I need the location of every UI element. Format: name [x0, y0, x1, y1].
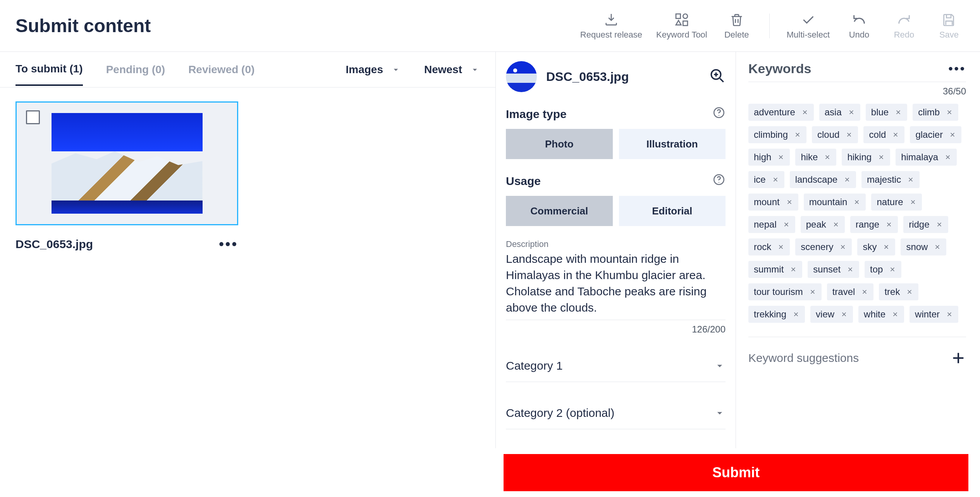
keyword-chip[interactable]: himalaya: [896, 149, 957, 166]
keyword-chip-remove[interactable]: [883, 243, 890, 250]
save-button[interactable]: Save: [934, 12, 965, 40]
keyword-chip-remove[interactable]: [944, 154, 951, 161]
keyword-chip-remove[interactable]: [801, 109, 808, 116]
keyword-chip[interactable]: climbing: [748, 126, 806, 143]
thumbnail-card[interactable]: DSC_0653.jpg •••: [15, 101, 238, 252]
keyword-chip[interactable]: rock: [748, 238, 790, 255]
keyword-chip-remove[interactable]: [848, 109, 855, 116]
keyword-chip[interactable]: sunset: [808, 261, 859, 278]
keyword-chip[interactable]: blue: [866, 104, 907, 121]
keyword-chip[interactable]: scenery: [795, 238, 852, 255]
submit-button[interactable]: Submit: [504, 454, 968, 491]
multi-select-button[interactable]: Multi-select: [787, 12, 830, 40]
keyword-chip-remove[interactable]: [949, 131, 956, 138]
description-text[interactable]: Landscape with mountain ridge in Himalay…: [506, 251, 726, 320]
keyword-chip-remove[interactable]: [846, 131, 853, 138]
keyword-chip[interactable]: mountain: [804, 194, 866, 211]
keyword-chip[interactable]: climb: [913, 104, 958, 121]
keyword-chip-remove[interactable]: [892, 131, 899, 138]
keyword-chip-remove[interactable]: [861, 288, 868, 295]
filter-sort[interactable]: Newest: [424, 63, 480, 76]
keyword-chip-remove[interactable]: [790, 266, 797, 273]
keyword-chip[interactable]: hiking: [842, 149, 890, 166]
keyword-chip-remove[interactable]: [777, 154, 784, 161]
plus-icon[interactable]: [951, 350, 966, 366]
keyword-chip[interactable]: majestic: [861, 171, 920, 188]
image-type-illustration[interactable]: Illustration: [619, 129, 726, 159]
keyword-chip[interactable]: tour tourism: [748, 283, 822, 300]
undo-button[interactable]: Undo: [844, 12, 875, 40]
category1-select[interactable]: Category 1: [506, 350, 726, 382]
keyword-chip-remove[interactable]: [936, 221, 943, 228]
keyword-chip[interactable]: view: [810, 306, 853, 323]
request-release-button[interactable]: Request release: [580, 12, 642, 40]
keyword-chip-remove[interactable]: [892, 311, 899, 318]
keyword-chip-remove[interactable]: [783, 221, 790, 228]
tab-pending[interactable]: Pending (0): [106, 63, 165, 85]
keyword-chip-remove[interactable]: [786, 199, 793, 206]
keyword-chip-remove[interactable]: [772, 176, 779, 183]
keyword-chip[interactable]: travel: [827, 283, 874, 300]
keyword-chip-remove[interactable]: [847, 266, 854, 273]
keywords-more-button[interactable]: •••: [948, 62, 966, 76]
keyword-chip[interactable]: winter: [910, 306, 958, 323]
keyword-chip[interactable]: mount: [748, 194, 798, 211]
keyword-chip[interactable]: snow: [901, 238, 946, 255]
keyword-chip[interactable]: sky: [857, 238, 895, 255]
keyword-chip-remove[interactable]: [878, 154, 885, 161]
thumbnail-checkbox[interactable]: [26, 110, 40, 124]
keyword-chip[interactable]: white: [858, 306, 904, 323]
keyword-chip[interactable]: nature: [871, 194, 922, 211]
tab-reviewed[interactable]: Reviewed (0): [188, 63, 254, 85]
filter-type[interactable]: Images: [346, 63, 401, 76]
redo-button[interactable]: Redo: [889, 12, 920, 40]
keyword-tool-button[interactable]: Keyword Tool: [656, 12, 707, 40]
image-type-help[interactable]: [712, 106, 726, 122]
keyword-chip-remove[interactable]: [793, 311, 799, 318]
keyword-chip[interactable]: range: [850, 216, 898, 233]
zoom-button[interactable]: [709, 68, 726, 86]
keyword-chip[interactable]: cold: [863, 126, 904, 143]
usage-editorial[interactable]: Editorial: [619, 196, 726, 226]
keyword-chip[interactable]: peak: [801, 216, 845, 233]
tab-to-submit[interactable]: To submit (1): [15, 63, 83, 86]
thumbnail-frame[interactable]: [15, 101, 238, 225]
keyword-chip-remove[interactable]: [889, 266, 896, 273]
usage-commercial[interactable]: Commercial: [506, 196, 613, 226]
category2-select[interactable]: Category 2 (optional): [506, 397, 726, 429]
keyword-chip-remove[interactable]: [895, 109, 902, 116]
keyword-chip[interactable]: high: [748, 149, 790, 166]
keyword-chip-remove[interactable]: [824, 154, 831, 161]
keyword-chip-remove[interactable]: [844, 176, 851, 183]
keyword-chip-remove[interactable]: [809, 288, 816, 295]
keyword-chip[interactable]: trekking: [748, 306, 805, 323]
keyword-chip-remove[interactable]: [934, 243, 941, 250]
keyword-chip[interactable]: ice: [748, 171, 784, 188]
keyword-chip[interactable]: cloud: [812, 126, 858, 143]
keyword-chip[interactable]: top: [865, 261, 901, 278]
keyword-chip[interactable]: nepal: [748, 216, 795, 233]
keyword-chip-remove[interactable]: [853, 199, 860, 206]
keyword-chip-remove[interactable]: [777, 243, 784, 250]
keyword-chip-remove[interactable]: [906, 288, 913, 295]
delete-button[interactable]: Delete: [721, 12, 752, 40]
thumbnail-more-button[interactable]: •••: [219, 236, 238, 252]
keyword-chip[interactable]: adventure: [748, 104, 814, 121]
keyword-chip-remove[interactable]: [946, 311, 953, 318]
keyword-chip-remove[interactable]: [946, 109, 953, 116]
keyword-chip-remove[interactable]: [832, 221, 839, 228]
keyword-chip-remove[interactable]: [794, 131, 801, 138]
keyword-chip-remove[interactable]: [907, 176, 914, 183]
keyword-chip[interactable]: glacier: [910, 126, 961, 143]
keyword-chip-remove[interactable]: [841, 311, 848, 318]
keyword-chip[interactable]: asia: [819, 104, 860, 121]
keyword-chip[interactable]: hike: [795, 149, 836, 166]
keyword-chip[interactable]: trek: [879, 283, 918, 300]
keyword-chip[interactable]: landscape: [790, 171, 856, 188]
keyword-chip-remove[interactable]: [885, 221, 892, 228]
keyword-chip-remove[interactable]: [910, 199, 916, 206]
keyword-chip[interactable]: ridge: [903, 216, 948, 233]
image-type-photo[interactable]: Photo: [506, 129, 613, 159]
keyword-chip-remove[interactable]: [839, 243, 846, 250]
usage-help[interactable]: [712, 173, 726, 189]
